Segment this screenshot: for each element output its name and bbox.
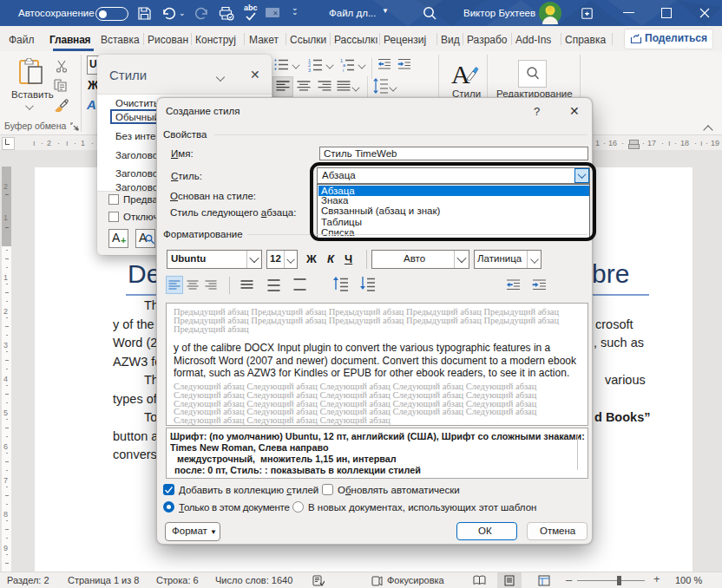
svg-text:3: 3: [308, 68, 311, 73]
svg-text:i: i: [343, 68, 344, 73]
